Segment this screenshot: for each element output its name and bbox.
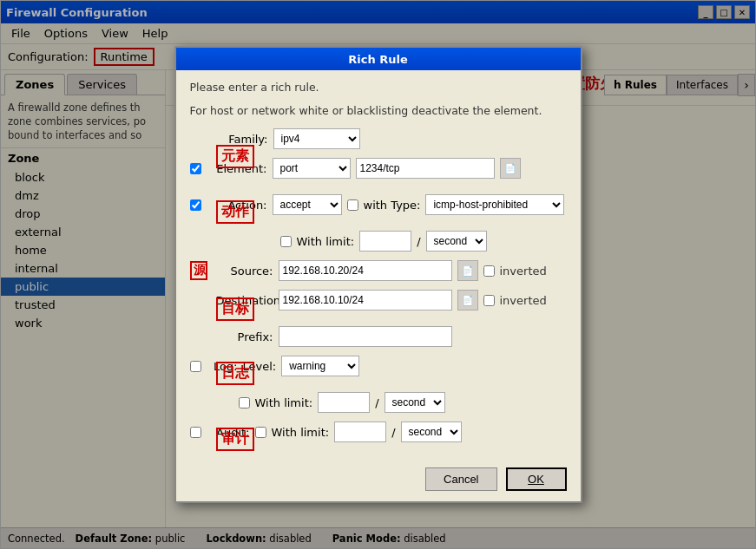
- source-browse-button[interactable]: 📄: [457, 260, 478, 281]
- action-select[interactable]: accept drop reject: [273, 194, 342, 215]
- modal-overlay: Rich Rule Please enter a rich rule. For …: [1, 1, 755, 548]
- main-window: Firewall Configuration _ □ ✕ File Option…: [0, 0, 756, 549]
- rich-rule-dialog: Rich Rule Please enter a rich rule. For …: [174, 46, 582, 503]
- destination-browse-button[interactable]: 📄: [457, 290, 478, 310]
- element-checkbox[interactable]: [190, 163, 201, 174]
- cn-log-label: 日志: [216, 362, 254, 385]
- modal-desc2: For host or network white or blacklistin…: [190, 104, 567, 117]
- log-limit-row: With limit: / secondminutehourday: [239, 391, 567, 414]
- action-limit-value[interactable]: [359, 231, 411, 252]
- action-limit-second-select[interactable]: secondminutehourday: [426, 231, 487, 252]
- action-limit-checkbox[interactable]: [280, 236, 292, 247]
- with-type-checkbox[interactable]: [347, 199, 358, 211]
- action-limit-label: With limit:: [297, 235, 355, 248]
- family-select[interactable]: ipv4 ipv6: [273, 128, 360, 149]
- family-label: Family:: [190, 133, 268, 146]
- with-type-select[interactable]: icmp-host-prohibited icmp-net-prohibited: [425, 194, 564, 215]
- element-type-select[interactable]: port service icmp-block forward-port: [273, 158, 351, 179]
- modal-title-bar: Rich Rule: [176, 48, 581, 70]
- modal-title: Rich Rule: [348, 53, 408, 66]
- source-row: 源 Source: 📄 inverted: [190, 259, 567, 282]
- log-limit-second-select[interactable]: secondminutehourday: [385, 392, 445, 413]
- cn-action-label: 动作: [216, 200, 254, 224]
- log-level-select[interactable]: warning emergalertcrit errnoticeinfodebu…: [281, 356, 359, 376]
- cancel-button[interactable]: Cancel: [425, 467, 496, 491]
- modal-desc1: Please enter a rich rule.: [190, 81, 567, 94]
- element-browse-button[interactable]: 📄: [500, 158, 521, 179]
- ok-button[interactable]: OK: [506, 467, 567, 491]
- element-value-input[interactable]: [356, 158, 495, 179]
- source-label: Source:: [216, 265, 273, 278]
- cn-dest-label: 目标: [216, 297, 254, 321]
- log-limit-label: With limit:: [255, 396, 313, 409]
- modal-body: Please enter a rich rule. For host or ne…: [176, 70, 581, 461]
- modal-footer: Cancel OK: [176, 461, 581, 501]
- log-limit-input[interactable]: [318, 392, 370, 413]
- audit-limit-input[interactable]: [334, 422, 386, 442]
- prefix-label: Prefix:: [216, 330, 273, 343]
- audit-with-limit-checkbox[interactable]: [255, 427, 266, 438]
- prefix-row: Prefix:: [190, 325, 567, 348]
- cn-element-label: 元素: [216, 145, 254, 168]
- log-checkbox[interactable]: [190, 361, 201, 372]
- destination-inverted-checkbox[interactable]: [483, 295, 495, 306]
- action-checkbox[interactable]: [190, 199, 201, 211]
- source-input[interactable]: [279, 260, 452, 281]
- destination-input[interactable]: [279, 290, 452, 310]
- audit-with-limit-label: With limit:: [272, 426, 330, 439]
- source-inverted-checkbox[interactable]: [483, 265, 495, 277]
- prefix-input[interactable]: [279, 326, 452, 347]
- audit-checkbox[interactable]: [190, 427, 201, 438]
- audit-second-select[interactable]: secondminutehourday: [401, 422, 462, 442]
- cn-source-label: 源: [190, 261, 207, 280]
- with-type-label: with Type:: [364, 199, 421, 212]
- action-limit-row: With limit: / secondminutehourday: [280, 230, 567, 252]
- cn-audit-label: 审计: [216, 428, 254, 451]
- source-inverted-label: inverted: [500, 265, 547, 278]
- destination-inverted-label: inverted: [500, 294, 547, 307]
- log-limit-checkbox[interactable]: [239, 397, 250, 408]
